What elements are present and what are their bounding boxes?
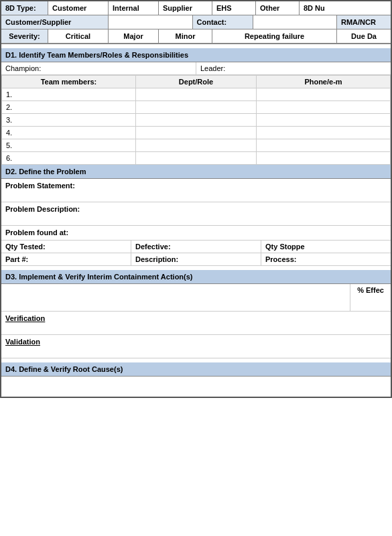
d1-section: D1. Identify Team Members/Roles & Respon…	[1, 48, 391, 165]
member-6[interactable]: 6.	[2, 152, 136, 165]
d4-content[interactable]	[1, 377, 391, 397]
critical-label: Critical	[48, 29, 109, 43]
champion-cell[interactable]: Champion:	[1, 62, 196, 74]
customer-supplier-value[interactable]	[109, 15, 193, 29]
d3-pct-label: % Effec	[350, 284, 391, 311]
problem-found-label: Problem found at:	[5, 228, 68, 237]
qty-stopped-cell[interactable]: Qty Stoppe	[261, 241, 391, 253]
severity-label: Severity:	[1, 29, 48, 43]
table-row: 5.	[2, 139, 391, 152]
leader-label: Leader:	[200, 64, 225, 72]
qty-stopped-label: Qty Stoppe	[265, 243, 305, 251]
header-row: 8D Type: Customer Internal Supplier EHS …	[1, 1, 391, 15]
qty-row-2: Part #: Description: Process:	[1, 253, 391, 266]
d2-section: D2. Define the Problem Problem Statement…	[1, 165, 391, 266]
dept-role-col: Dept/Role	[136, 76, 257, 88]
defective-cell[interactable]: Defective:	[131, 241, 261, 253]
description-cell[interactable]: Description:	[131, 253, 261, 265]
member-2[interactable]: 2.	[2, 101, 136, 114]
verification-label: Verification	[5, 314, 387, 322]
d2-title: D2. Define the Problem	[1, 165, 391, 179]
dept-1[interactable]	[136, 88, 257, 101]
phone-1[interactable]	[257, 88, 391, 101]
team-members-col: Team members:	[2, 76, 136, 88]
table-row: 6.	[2, 152, 391, 165]
contact-value[interactable]	[253, 15, 338, 29]
ehs-header: EHS	[212, 1, 256, 15]
contact-label: Contact:	[193, 15, 253, 29]
customer-supplier-label: Customer/Supplier	[1, 15, 109, 29]
dept-3[interactable]	[136, 114, 257, 127]
champion-label: Champion:	[5, 64, 41, 72]
internal-header: Internal	[109, 1, 159, 15]
member-4[interactable]: 4.	[2, 127, 136, 139]
d3-content-row: % Effec	[1, 284, 391, 312]
repeating-label: Repeating failure	[212, 29, 337, 43]
due-date-label: Due Da	[337, 29, 391, 43]
dept-4[interactable]	[136, 127, 257, 139]
problem-description-block: Problem Description:	[1, 202, 391, 226]
d4-title: D4. Define & Verify Root Cause(s)	[1, 362, 391, 377]
info-row: Customer/Supplier Contact: RMA/NCR	[1, 15, 391, 29]
table-row: 3.	[2, 114, 391, 127]
d3-title: D3. Implement & Verify Interim Containme…	[1, 270, 391, 284]
major-label: Major	[109, 29, 159, 43]
8d-number-header: 8D Nu	[300, 1, 391, 15]
champion-leader-row: Champion: Leader:	[1, 62, 391, 75]
problem-description-value[interactable]	[5, 213, 387, 222]
validation-value[interactable]	[5, 346, 387, 354]
d3-section: D3. Implement & Verify Interim Containme…	[1, 270, 391, 358]
table-row: 1.	[2, 88, 391, 101]
problem-statement-value[interactable]	[5, 190, 387, 199]
d1-title: D1. Identify Team Members/Roles & Respon…	[1, 48, 391, 62]
problem-statement-label: Problem Statement:	[5, 182, 75, 190]
dept-5[interactable]	[136, 139, 257, 152]
8d-type-header: 8D Type:	[1, 1, 48, 15]
qty-tested-label: Qty Tested:	[5, 243, 46, 251]
dept-2[interactable]	[136, 101, 257, 114]
process-cell[interactable]: Process:	[261, 253, 391, 265]
member-1[interactable]: 1.	[2, 88, 136, 101]
member-5[interactable]: 5.	[2, 139, 136, 152]
phone-3[interactable]	[257, 114, 391, 127]
phone-5[interactable]	[257, 139, 391, 152]
supplier-header: Supplier	[159, 1, 212, 15]
table-row: 2.	[2, 101, 391, 114]
problem-description-label: Problem Description:	[5, 205, 80, 213]
problem-statement-block: Problem Statement:	[1, 179, 391, 202]
description-label: Description:	[135, 255, 178, 263]
d3-action-area[interactable]	[1, 284, 350, 311]
phone-4[interactable]	[257, 127, 391, 139]
part-cell[interactable]: Part #:	[1, 253, 131, 265]
phone-6[interactable]	[257, 152, 391, 165]
form-container: 8D Type: Customer Internal Supplier EHS …	[0, 0, 392, 398]
verification-block: Verification	[1, 312, 391, 335]
problem-found-block: Problem found at:	[1, 226, 391, 241]
other-header: Other	[256, 1, 300, 15]
part-label: Part #:	[5, 255, 28, 263]
minor-label: Minor	[159, 29, 212, 43]
leader-cell[interactable]: Leader:	[196, 62, 391, 74]
dept-6[interactable]	[136, 152, 257, 165]
process-label: Process:	[265, 255, 296, 263]
team-table: Team members: Dept/Role Phone/e-m 1. 2.	[1, 75, 391, 165]
customer-header: Customer	[48, 1, 109, 15]
qty-row-1: Qty Tested: Defective: Qty Stoppe	[1, 241, 391, 253]
rma-label: RMA/NCR	[337, 15, 391, 29]
defective-label: Defective:	[135, 243, 171, 251]
severity-row: Severity: Critical Major Minor Repeating…	[1, 29, 391, 44]
validation-block: Validation	[1, 335, 391, 358]
phone-2[interactable]	[257, 101, 391, 114]
verification-value[interactable]	[5, 322, 387, 330]
member-3[interactable]: 3.	[2, 114, 136, 127]
qty-tested-cell[interactable]: Qty Tested:	[1, 241, 131, 253]
phone-col: Phone/e-m	[257, 76, 391, 88]
validation-label: Validation	[5, 338, 387, 346]
d4-section: D4. Define & Verify Root Cause(s)	[1, 362, 391, 397]
table-row: 4.	[2, 127, 391, 139]
